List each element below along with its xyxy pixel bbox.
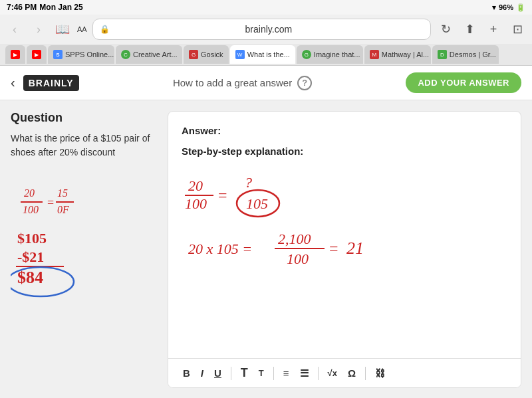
new-tab-button[interactable]: + bbox=[484, 20, 503, 39]
toolbar-sep-3 bbox=[318, 367, 319, 380]
left-math-svg: 20 100 = 15 0F $105 -$21 $84 bbox=[11, 170, 144, 303]
date: Mon Jan 25 bbox=[39, 3, 82, 12]
svg-text:20 x 105 =: 20 x 105 = bbox=[188, 241, 252, 257]
toolbar-sep-2 bbox=[273, 367, 274, 380]
list-button2[interactable]: ☰ bbox=[296, 365, 313, 382]
answer-toolbar: B I U T T ≡ ☰ √x Ω ⛓ bbox=[168, 358, 521, 387]
tab-label-creative: Creative Art... bbox=[133, 50, 178, 58]
tab-whatis[interactable]: W What is the... bbox=[230, 45, 295, 64]
omega-button[interactable]: Ω bbox=[344, 365, 360, 381]
svg-text:=: = bbox=[329, 240, 338, 257]
tab-label-gosick: Gosick bbox=[201, 50, 223, 58]
svg-text:15: 15 bbox=[57, 187, 68, 199]
wifi-icon: ▾ bbox=[492, 3, 496, 12]
tab-favicon-yt1: ▶ bbox=[11, 50, 20, 59]
tab-label-desmos: Desmos | Gr... bbox=[450, 50, 496, 58]
app-back-button[interactable]: ‹ bbox=[11, 75, 15, 90]
tab-favicon-whatis: W bbox=[235, 50, 245, 59]
tab-favicon-creative: C bbox=[121, 50, 130, 59]
url-text: brainly.com bbox=[114, 24, 424, 35]
back-button[interactable]: ‹ bbox=[5, 20, 24, 39]
browser-chrome: ‹ › 📖 AA 🔒 brainly.com ↻ ⬆ + ⊡ ▶ ▶ S SPP… bbox=[0, 15, 532, 66]
text-size-button1[interactable]: T bbox=[237, 363, 252, 383]
answer-panel: Answer: Step-by-step explanation: 20 100… bbox=[168, 111, 521, 388]
answer-content: Answer: Step-by-step explanation: 20 100… bbox=[168, 112, 521, 358]
battery-icon: 🔋 bbox=[516, 3, 525, 12]
text-size-button2[interactable]: T bbox=[255, 365, 268, 381]
tab-label-mathway: Mathway | Al... bbox=[382, 50, 429, 58]
header-help-text: How to add a great answer bbox=[173, 77, 292, 88]
tab-favicon-spps: S bbox=[53, 50, 63, 59]
svg-text:105: 105 bbox=[246, 195, 268, 212]
tab-label-spps: SPPS Online... bbox=[65, 50, 114, 58]
svg-text:2,100: 2,100 bbox=[278, 231, 311, 247]
bookmarks-button[interactable]: 📖 bbox=[53, 20, 72, 39]
svg-text:-$21: -$21 bbox=[17, 249, 44, 265]
italic-button[interactable]: I bbox=[197, 365, 207, 381]
answer-math-svg: 20 100 = ? 105 20 x 105 = 2,100 100 = 21 bbox=[182, 167, 501, 340]
svg-text:20: 20 bbox=[188, 177, 203, 194]
link-button[interactable]: ⛓ bbox=[371, 365, 389, 381]
question-panel: Question What is the price of a $105 pai… bbox=[11, 111, 157, 388]
browser-toolbar: ‹ › 📖 AA 🔒 brainly.com ↻ ⬆ + ⊡ bbox=[0, 15, 532, 44]
formula-button[interactable]: √x bbox=[324, 365, 341, 381]
tab-favicon-yt2: ▶ bbox=[32, 50, 41, 59]
underline-button[interactable]: U bbox=[210, 365, 225, 381]
svg-text:=: = bbox=[47, 196, 54, 209]
reload-button[interactable]: ↻ bbox=[436, 20, 455, 39]
address-bar[interactable]: 🔒 brainly.com bbox=[92, 19, 431, 40]
reader-mode-button[interactable]: AA bbox=[77, 25, 87, 33]
tab-label-whatis: What is the... bbox=[247, 50, 290, 58]
help-icon[interactable]: ? bbox=[297, 76, 312, 90]
forward-button[interactable]: › bbox=[29, 20, 48, 39]
answer-label: Answer: bbox=[182, 125, 507, 136]
brainly-logo: BRAINLY bbox=[23, 75, 79, 91]
question-label: Question bbox=[11, 111, 157, 125]
svg-text:100: 100 bbox=[287, 250, 309, 267]
svg-text:21: 21 bbox=[346, 239, 364, 258]
tab-favicon-mathway: M bbox=[370, 50, 379, 59]
svg-text:?: ? bbox=[245, 174, 252, 191]
tab-yt2[interactable]: ▶ bbox=[27, 45, 47, 64]
tab-label-imagine: Imagine that... bbox=[314, 50, 360, 58]
svg-text:20: 20 bbox=[24, 187, 35, 199]
bold-button[interactable]: B bbox=[179, 365, 194, 381]
toolbar-sep-1 bbox=[231, 367, 231, 380]
tab-desmos[interactable]: D Desmos | Gr... bbox=[432, 45, 499, 64]
svg-text:100: 100 bbox=[185, 195, 207, 212]
svg-text:0F: 0F bbox=[57, 204, 69, 215]
share-button[interactable]: ⬆ bbox=[460, 20, 479, 39]
app-header: ‹ BRAINLY How to add a great answer ? AD… bbox=[0, 66, 532, 100]
toolbar-sep-4 bbox=[365, 367, 366, 380]
time: 7:46 PM bbox=[7, 3, 37, 12]
header-center: How to add a great answer ? bbox=[173, 76, 312, 90]
question-text: What is the price of a $105 pair of shoe… bbox=[11, 132, 157, 159]
tab-imagine[interactable]: G Imagine that... bbox=[297, 45, 363, 64]
tab-creative[interactable]: C Creative Art... bbox=[116, 45, 182, 64]
svg-text:100: 100 bbox=[23, 204, 39, 215]
tabs-bar: ▶ ▶ S SPPS Online... C Creative Art... G… bbox=[0, 44, 532, 65]
tab-gosick[interactable]: G Gosick bbox=[184, 45, 229, 64]
step-label: Step-by-step explanation: bbox=[182, 146, 507, 157]
list-button1[interactable]: ≡ bbox=[279, 365, 293, 381]
tab-favicon-gosick: G bbox=[189, 50, 198, 59]
svg-text:$105: $105 bbox=[17, 230, 47, 247]
tab-spps[interactable]: S SPPS Online... bbox=[48, 45, 114, 64]
status-bar: 7:46 PM Mon Jan 25 ▾ 96% 🔋 bbox=[0, 0, 532, 15]
tabs-button[interactable]: ⊡ bbox=[508, 20, 527, 39]
tab-favicon-imagine: G bbox=[302, 50, 311, 59]
main-content: Question What is the price of a $105 pai… bbox=[0, 100, 532, 398]
tab-mathway[interactable]: M Mathway | Al... bbox=[364, 45, 431, 64]
tab-favicon-desmos: D bbox=[438, 50, 447, 59]
handwriting-left: 20 100 = 15 0F $105 -$21 $84 bbox=[11, 170, 157, 303]
tab-yt1[interactable]: ▶ bbox=[5, 45, 25, 64]
lock-icon: 🔒 bbox=[100, 25, 110, 34]
add-answer-button[interactable]: ADD YOUR ANSWER bbox=[406, 72, 521, 93]
battery: 96% bbox=[499, 3, 513, 11]
svg-text:=: = bbox=[218, 187, 227, 204]
